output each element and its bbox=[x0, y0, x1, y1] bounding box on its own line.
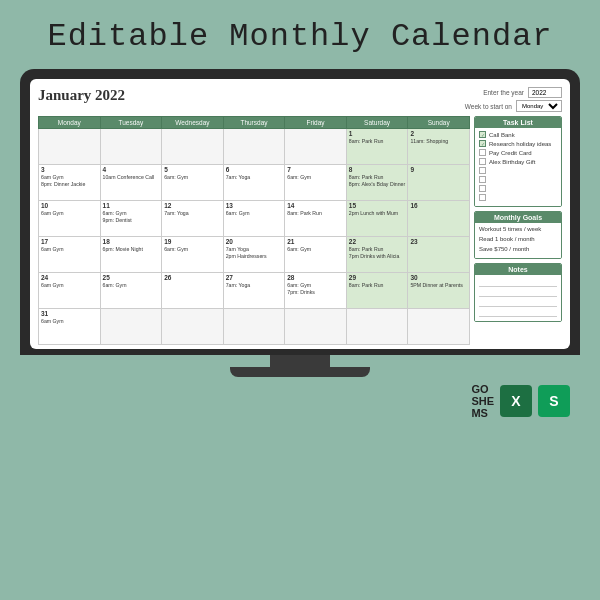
cal-grid-wrap: MondayTuesdayWednesdayThursdayFridaySatu… bbox=[38, 116, 470, 345]
banner: Editable Monthly Calendar bbox=[0, 0, 600, 69]
day-number: 9 bbox=[410, 166, 467, 173]
event-item: 5PM Dinner at Parents bbox=[410, 282, 467, 289]
day-number: 19 bbox=[164, 238, 221, 245]
week-row-1: 36am Gym8pm: Dinner Jackie410am Conferen… bbox=[39, 165, 470, 201]
task-item-0: ✓Call Bank bbox=[479, 131, 557, 138]
event-item: 6am: Gym bbox=[226, 210, 283, 217]
week-label: Week to start on bbox=[465, 103, 512, 110]
goal-item-2: Save $750 / month bbox=[479, 246, 557, 254]
day-number: 6 bbox=[226, 166, 283, 173]
monitor-stand bbox=[20, 355, 580, 377]
cal-cell-3-0: 176am Gym bbox=[39, 237, 101, 273]
year-control-row: Enter the year bbox=[483, 87, 562, 98]
cal-cell-0-4 bbox=[285, 129, 347, 165]
task-checkbox-7[interactable] bbox=[479, 194, 486, 201]
cal-cell-3-4: 216am: Gym bbox=[285, 237, 347, 273]
week-row-5: 316am Gym bbox=[39, 309, 470, 345]
event-item: 10am Conference Call bbox=[103, 174, 160, 181]
cal-cell-1-0: 36am Gym8pm: Dinner Jackie bbox=[39, 165, 101, 201]
task-checkbox-6[interactable] bbox=[479, 185, 486, 192]
notes-line-3 bbox=[479, 298, 557, 307]
day-number: 7 bbox=[287, 166, 344, 173]
week-row-2: 106am Gym116am: Gym9pm: Dentist127am: Yo… bbox=[39, 201, 470, 237]
cal-cell-5-0: 316am Gym bbox=[39, 309, 101, 345]
notes-body bbox=[475, 275, 561, 321]
task-list-body: ✓Call Bank✓Research holiday ideasPay Cre… bbox=[475, 128, 561, 206]
event-item: 8am: Park Run bbox=[349, 246, 406, 253]
day-header-monday: Monday bbox=[39, 117, 101, 129]
day-number: 3 bbox=[41, 166, 98, 173]
week-control-row: Week to start on Monday bbox=[465, 100, 562, 112]
task-item-6 bbox=[479, 185, 557, 192]
event-item: 6am: Gym bbox=[103, 210, 160, 217]
event-item: 2pm Hairdressers bbox=[226, 253, 283, 260]
year-input[interactable] bbox=[528, 87, 562, 98]
day-number: 13 bbox=[226, 202, 283, 209]
cal-cell-0-6: 211am: Shopping bbox=[408, 129, 470, 165]
day-number: 5 bbox=[164, 166, 221, 173]
task-checkbox-0[interactable]: ✓ bbox=[479, 131, 486, 138]
day-number: 24 bbox=[41, 274, 98, 281]
day-number: 8 bbox=[349, 166, 406, 173]
day-number: 26 bbox=[164, 274, 221, 281]
cal-cell-1-6: 9 bbox=[408, 165, 470, 201]
cal-cell-0-3 bbox=[223, 129, 285, 165]
task-checkbox-4[interactable] bbox=[479, 167, 486, 174]
day-number: 4 bbox=[103, 166, 160, 173]
day-number: 11 bbox=[103, 202, 160, 209]
task-checkbox-3[interactable] bbox=[479, 158, 486, 165]
cal-cell-1-3: 67am: Yoga bbox=[223, 165, 285, 201]
day-number: 22 bbox=[349, 238, 406, 245]
cal-cell-4-4: 286am: Gym7pm: Drinks bbox=[285, 273, 347, 309]
monitor-outer: January 2022 Enter the year Week to star… bbox=[20, 69, 580, 355]
event-item: 9pm: Dentist bbox=[103, 217, 160, 224]
event-item: 6am: Gym bbox=[287, 174, 344, 181]
week-select[interactable]: Monday bbox=[516, 100, 562, 112]
event-item: 7pm Drinks with Alicia bbox=[349, 253, 406, 260]
event-item: 6am Gym bbox=[41, 318, 98, 325]
notes-header: Notes bbox=[475, 264, 561, 275]
event-item: 11am: Shopping bbox=[410, 138, 467, 145]
event-item: 6am Gym bbox=[41, 174, 98, 181]
event-item: 7am: Yoga bbox=[226, 174, 283, 181]
event-item: 6am: Gym bbox=[164, 174, 221, 181]
task-label-1: Research holiday ideas bbox=[489, 141, 551, 147]
excel-icon: X bbox=[500, 385, 532, 417]
sheets-label: S bbox=[549, 393, 558, 409]
year-label: Enter the year bbox=[483, 89, 524, 96]
week-row-3: 176am Gym186pm: Movie Night196am: Gym207… bbox=[39, 237, 470, 273]
cal-cell-5-2 bbox=[162, 309, 224, 345]
cal-grid: MondayTuesdayWednesdayThursdayFridaySatu… bbox=[38, 116, 470, 345]
cal-cell-5-5 bbox=[346, 309, 408, 345]
event-item: 6am Gym bbox=[41, 282, 98, 289]
cal-cell-3-1: 186pm: Movie Night bbox=[100, 237, 162, 273]
cal-cell-2-5: 152pm Lunch with Mum bbox=[346, 201, 408, 237]
screen: January 2022 Enter the year Week to star… bbox=[30, 79, 570, 349]
day-number: 27 bbox=[226, 274, 283, 281]
task-checkbox-2[interactable] bbox=[479, 149, 486, 156]
cal-cell-2-4: 148am: Park Run bbox=[285, 201, 347, 237]
event-item: 8am: Park Run bbox=[349, 138, 406, 145]
event-item: 6am Gym bbox=[41, 210, 98, 217]
goals-header: Monthly Goals bbox=[475, 212, 561, 223]
goals-body: Workout 5 times / weekRead 1 book / mont… bbox=[475, 223, 561, 258]
cal-cell-2-3: 136am: Gym bbox=[223, 201, 285, 237]
day-number: 21 bbox=[287, 238, 344, 245]
goal-item-0: Workout 5 times / week bbox=[479, 226, 557, 234]
task-label-0: Call Bank bbox=[489, 132, 515, 138]
cal-cell-5-4 bbox=[285, 309, 347, 345]
day-number: 28 bbox=[287, 274, 344, 281]
day-number: 10 bbox=[41, 202, 98, 209]
cal-cell-5-3 bbox=[223, 309, 285, 345]
cal-cell-1-1: 410am Conference Call bbox=[100, 165, 162, 201]
cal-cell-4-6: 305PM Dinner at Parents bbox=[408, 273, 470, 309]
task-item-1: ✓Research holiday ideas bbox=[479, 140, 557, 147]
cal-cell-4-5: 298am: Park Run bbox=[346, 273, 408, 309]
event-item: 8pm: Dinner Jackie bbox=[41, 181, 98, 188]
task-checkbox-1[interactable]: ✓ bbox=[479, 140, 486, 147]
cal-cell-3-2: 196am: Gym bbox=[162, 237, 224, 273]
day-number: 29 bbox=[349, 274, 406, 281]
goals-section: Monthly Goals Workout 5 times / weekRead… bbox=[474, 211, 562, 259]
event-item: 8am: Park Run bbox=[349, 174, 406, 181]
task-checkbox-5[interactable] bbox=[479, 176, 486, 183]
